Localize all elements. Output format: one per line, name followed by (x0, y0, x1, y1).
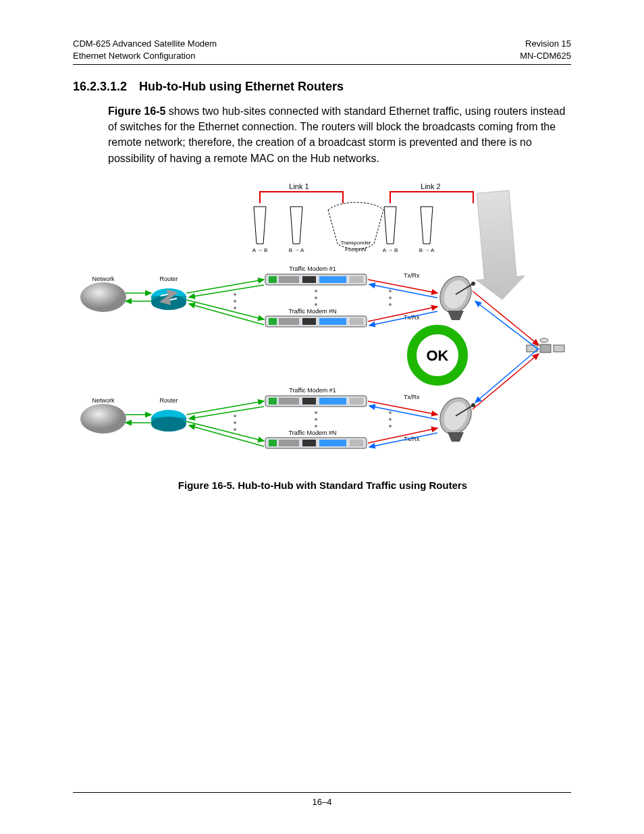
ab-label-2: A → B (383, 247, 398, 253)
router-label-top: Router (159, 276, 178, 282)
ok-label: OK (427, 347, 449, 364)
svg-line-83 (368, 428, 437, 443)
body-paragraph: Figure 16-5 shows two hub-sites connecte… (108, 103, 571, 166)
svg-rect-23 (279, 318, 299, 325)
svg-line-85 (473, 354, 539, 409)
figure-wrap: Link 1 Link 2 A → B B → A A → B B → A Tr… (73, 180, 572, 491)
section-number: 16.2.3.1.2 (73, 80, 127, 93)
svg-rect-7 (269, 276, 277, 283)
traffic-modem-n-bottom: Traffic Modem #N (288, 429, 336, 436)
page-header: CDM-625 Advanced Satellite Modem Etherne… (73, 38, 571, 61)
svg-point-15 (315, 290, 317, 292)
svg-rect-39 (540, 344, 551, 353)
svg-point-62 (315, 418, 317, 421)
header-right-line1: Revision 15 (520, 38, 571, 50)
svg-rect-56 (319, 398, 346, 405)
svg-point-59 (234, 421, 236, 424)
svg-rect-57 (350, 398, 363, 405)
svg-rect-11 (350, 276, 363, 283)
router-label-bottom: Router (159, 397, 178, 404)
svg-point-34 (471, 282, 475, 286)
svg-rect-10 (319, 276, 346, 283)
svg-point-80 (471, 403, 475, 407)
svg-rect-22 (269, 318, 277, 325)
figure-reference: Figure 16-5 (108, 105, 165, 117)
svg-rect-24 (302, 318, 316, 325)
svg-point-64 (389, 411, 392, 414)
transponder-label-2: Footprint (345, 246, 367, 253)
svg-rect-9 (302, 276, 316, 283)
svg-rect-70 (302, 440, 316, 446)
svg-rect-53 (269, 398, 277, 405)
svg-line-43 (473, 291, 539, 345)
traffic-modem-n-top: Traffic Modem #N (288, 308, 336, 315)
section-heading: 16.2.3.1.2Hub-to-Hub using Ethernet Rout… (73, 80, 571, 94)
header-divider (73, 64, 571, 65)
svg-rect-41 (554, 345, 564, 352)
svg-line-44 (475, 301, 539, 350)
svg-rect-68 (269, 440, 277, 446)
svg-line-76 (189, 425, 264, 446)
ab-label-1: A → B (252, 247, 268, 253)
network-label-bottom: Network (92, 397, 115, 404)
svg-line-30 (189, 304, 264, 325)
svg-point-61 (315, 411, 317, 414)
svg-point-66 (389, 425, 392, 427)
svg-point-13 (234, 300, 236, 303)
svg-point-65 (389, 418, 392, 421)
svg-point-18 (389, 290, 392, 292)
section-title: Hub-to-Hub using Ethernet Routers (139, 80, 344, 93)
figure-caption: Figure 16-5. Hub-to-Hub with Standard Tr… (73, 479, 572, 491)
header-left-line1: CDM-625 Advanced Satellite Modem (73, 38, 217, 50)
svg-point-63 (315, 425, 317, 427)
traffic-modem-1-top: Traffic Modem #1 (289, 265, 336, 272)
svg-point-14 (234, 307, 236, 309)
svg-line-75 (186, 421, 264, 441)
txrx-bottom-1: Tx/Rx (404, 394, 420, 400)
network-label-top: Network (92, 276, 115, 282)
svg-rect-71 (319, 440, 346, 446)
svg-rect-72 (350, 440, 363, 446)
svg-rect-55 (302, 398, 316, 405)
svg-point-0 (80, 282, 126, 312)
ba-label-2: B → A (419, 247, 435, 253)
svg-point-17 (315, 303, 317, 306)
link1-label: Link 1 (289, 182, 308, 190)
transponder-label-1: Transponder (340, 240, 371, 246)
paragraph-text: shows two hub-sites connected with stand… (108, 105, 565, 164)
svg-point-42 (540, 338, 548, 342)
ba-label-1: B → A (289, 247, 304, 253)
svg-point-16 (315, 296, 317, 299)
traffic-modem-1-bottom: Traffic Modem #1 (289, 387, 336, 394)
svg-rect-26 (350, 318, 363, 325)
network-diagram: Link 1 Link 2 A → B B → A A → B B → A Tr… (73, 180, 572, 470)
svg-point-12 (234, 293, 236, 296)
svg-point-58 (234, 415, 236, 417)
svg-point-60 (234, 428, 236, 431)
link2-label: Link 2 (421, 182, 440, 190)
svg-rect-25 (319, 318, 346, 325)
footer-divider (73, 792, 571, 793)
svg-rect-8 (279, 276, 299, 283)
svg-point-46 (80, 404, 126, 434)
svg-point-20 (389, 303, 392, 306)
svg-point-19 (389, 296, 392, 299)
svg-point-3 (151, 295, 186, 310)
txrx-top-1: Tx/Rx (404, 272, 420, 279)
header-right-line2: MN-CDM625 (520, 50, 571, 62)
svg-point-49 (151, 417, 186, 432)
svg-rect-69 (279, 440, 299, 446)
svg-line-37 (368, 307, 437, 321)
svg-line-86 (475, 348, 539, 402)
page-footer: 16–4 (73, 792, 571, 807)
svg-rect-54 (279, 398, 299, 405)
svg-line-29 (186, 300, 264, 319)
page-number: 16–4 (73, 797, 571, 807)
header-left-line2: Ethernet Network Configuration (73, 50, 217, 62)
